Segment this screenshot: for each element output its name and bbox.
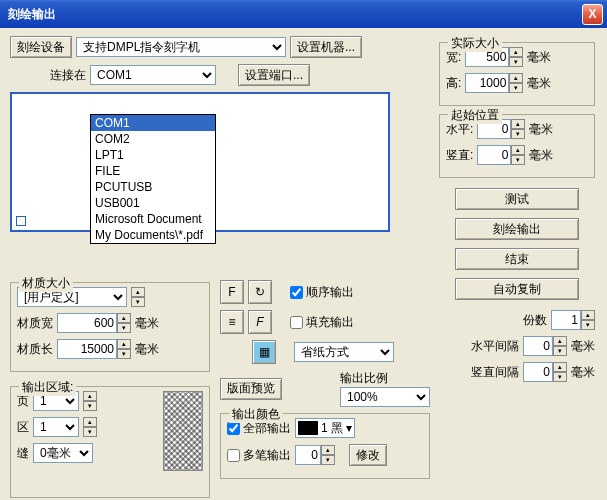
port-select[interactable]: COM1 — [90, 65, 216, 85]
origin-y[interactable] — [477, 145, 511, 165]
material-h[interactable] — [57, 339, 117, 359]
tool-f-icon[interactable]: F — [220, 280, 244, 304]
color-swatch[interactable]: 1黑▾ — [295, 418, 355, 438]
grid-icon[interactable]: ▦ — [252, 340, 276, 364]
actual-legend: 实际大小 — [448, 35, 502, 52]
port-opt-mydocs[interactable]: My Documents\*.pdf — [91, 227, 215, 243]
actual-size-group: 实际大小 宽:▴▾毫米 高:▴▾毫米 — [439, 42, 595, 106]
titlebar: 刻绘输出 X — [0, 0, 607, 28]
port-settings-button[interactable]: 设置端口... — [238, 64, 310, 86]
origin-legend: 起始位置 — [448, 107, 502, 124]
hgap-input[interactable] — [523, 336, 553, 356]
device-select[interactable]: 支持DMPL指令刻字机 — [76, 37, 286, 57]
copies-input[interactable] — [551, 310, 581, 330]
port-opt-com1[interactable]: COM1 — [91, 115, 215, 131]
seq-output-check[interactable]: 顺序输出 — [290, 284, 354, 301]
hatch-preview — [163, 391, 203, 471]
material-group: 材质大小 [用户定义]▴▾ 材质宽▴▾毫米 材质长▴▾毫米 — [10, 282, 210, 372]
connect-label: 连接在 — [50, 67, 86, 84]
window-title: 刻绘输出 — [4, 6, 582, 23]
actual-height[interactable] — [465, 73, 509, 93]
area-select[interactable]: 1 — [33, 417, 79, 437]
align-icon[interactable]: ≡ — [220, 310, 244, 334]
ratio-select[interactable]: 100% — [340, 387, 430, 407]
port-opt-lpt1[interactable]: LPT1 — [91, 147, 215, 163]
port-opt-pcutusb[interactable]: PCUTUSB — [91, 179, 215, 195]
end-button[interactable]: 结束 — [455, 248, 579, 270]
port-dropdown[interactable]: COM1 COM2 LPT1 FILE PCUTUSB USB001 Micro… — [90, 114, 216, 244]
multi-val[interactable] — [295, 445, 321, 465]
color-group: 输出颜色 全部输出 1黑▾ 多笔输出 ▴▾ 修改 — [220, 413, 430, 479]
port-opt-com2[interactable]: COM2 — [91, 131, 215, 147]
preview-button[interactable]: 版面预览 — [220, 378, 282, 400]
multi-pen-check[interactable]: 多笔输出 — [227, 447, 291, 464]
output-button[interactable]: 刻绘输出 — [455, 218, 579, 240]
region-group: 输出区域: 页1▴▾ 区1▴▾ 缝0毫米 — [10, 386, 210, 498]
port-opt-usb001[interactable]: USB001 — [91, 195, 215, 211]
machine-settings-button[interactable]: 设置机器... — [290, 36, 362, 58]
port-opt-file[interactable]: FILE — [91, 163, 215, 179]
seam-select[interactable]: 0毫米 — [33, 443, 93, 463]
test-button[interactable]: 测试 — [455, 188, 579, 210]
autocopy-button[interactable]: 自动复制 — [455, 278, 579, 300]
origin-marker — [16, 216, 26, 226]
device-button[interactable]: 刻绘设备 — [10, 36, 72, 58]
mirror-icon[interactable]: F — [248, 310, 272, 334]
port-opt-msdoc[interactable]: Microsoft Document — [91, 211, 215, 227]
vgap-input[interactable] — [523, 362, 553, 382]
modify-button[interactable]: 修改 — [349, 444, 387, 466]
rotate-icon[interactable]: ↻ — [248, 280, 272, 304]
origin-group: 起始位置 水平:▴▾毫米 竖直:▴▾毫米 — [439, 114, 595, 178]
material-w[interactable] — [57, 313, 117, 333]
close-icon[interactable]: X — [582, 4, 603, 25]
paper-mode-select[interactable]: 省纸方式 — [294, 342, 394, 362]
fill-output-check[interactable]: 填充输出 — [290, 314, 354, 331]
